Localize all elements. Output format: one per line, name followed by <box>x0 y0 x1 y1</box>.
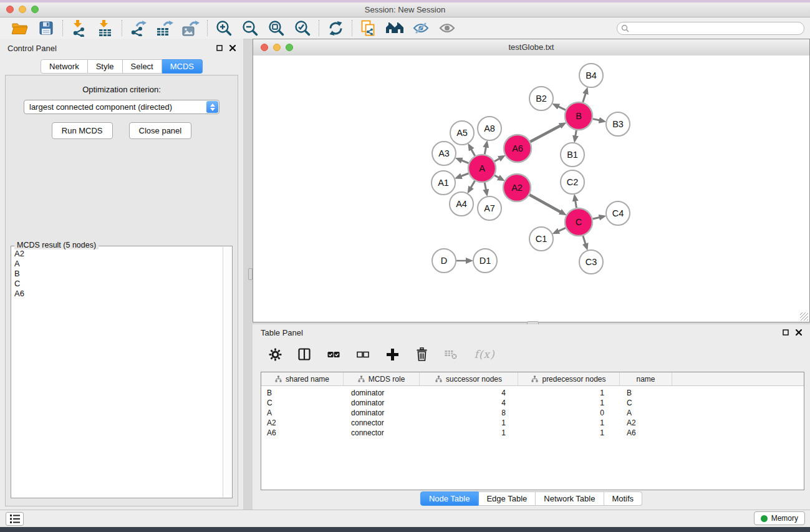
graph-edge-A-A7[interactable] <box>485 183 486 191</box>
tab-mcds[interactable]: MCDS <box>162 59 203 74</box>
graph-node-label: A2 <box>511 183 523 193</box>
export-image-button[interactable] <box>181 19 200 37</box>
column-header-name[interactable]: name <box>620 372 672 385</box>
table-cell: C <box>620 399 672 407</box>
graph-edge-C-C3[interactable] <box>583 236 586 245</box>
graph-edge-B-B3[interactable] <box>593 119 601 121</box>
vertical-splitter-handle[interactable] <box>248 268 253 280</box>
graph-edge-A-A4[interactable] <box>470 181 475 189</box>
graph-edge-B-B1[interactable] <box>575 130 576 138</box>
network-window-controls <box>261 44 293 51</box>
delete-table-button[interactable] <box>441 346 460 363</box>
hide-selected-button[interactable] <box>412 19 430 37</box>
toolbar-search <box>617 22 804 35</box>
zoom-fit-button[interactable] <box>267 19 286 37</box>
mcds-result-item[interactable]: A2 <box>13 249 222 259</box>
mcds-result-item[interactable]: A6 <box>13 289 222 299</box>
column-header-successor-nodes[interactable]: successor nodes <box>420 372 518 385</box>
close-table-panel-icon[interactable] <box>796 329 802 336</box>
network-window-titlebar: testGlobe.txt <box>253 39 809 56</box>
graph-edge-A-A1[interactable] <box>460 173 468 177</box>
export-network-button[interactable] <box>129 19 148 37</box>
delete-row-button[interactable] <box>412 346 431 363</box>
network-canvas[interactable]: AA1A2A3A4A5A6A7A8BB1B2B3B4CC1C2C3C4DD1 <box>253 56 809 322</box>
show-all-button[interactable] <box>438 19 456 37</box>
window-resize-handle[interactable] <box>800 312 808 321</box>
tab-network-table[interactable]: Network Table <box>536 491 604 506</box>
criterion-dropdown[interactable]: largest connected component (directed) <box>24 100 219 114</box>
mcds-result-item[interactable]: B <box>13 269 222 279</box>
show-columns-button[interactable] <box>295 346 314 363</box>
table-cell: dominator <box>344 389 420 397</box>
column-header-mcds-role[interactable]: MCDS role <box>344 372 420 385</box>
table-row[interactable]: A6connector11A6 <box>261 428 804 438</box>
control-panel-tabs: Network Style Select MCDS <box>41 59 203 74</box>
save-session-button[interactable] <box>37 19 55 37</box>
network-minimize-button[interactable] <box>273 44 281 51</box>
close-panel-button[interactable]: Close panel <box>129 122 192 139</box>
network-maximize-button[interactable] <box>286 44 293 51</box>
graph-edge-A-A5[interactable] <box>471 148 475 156</box>
tab-motifs[interactable]: Motifs <box>604 491 642 506</box>
run-mcds-button[interactable]: Run MCDS <box>52 122 113 139</box>
graph-edge-A-A3[interactable] <box>460 160 469 163</box>
attribute-icon <box>275 375 282 382</box>
tab-edge-table[interactable]: Edge Table <box>478 491 536 506</box>
zoom-selected-button[interactable] <box>293 19 312 37</box>
graph-edge-A-A6[interactable] <box>494 158 501 162</box>
task-history-button[interactable] <box>6 512 24 526</box>
open-file-button[interactable] <box>11 19 29 37</box>
tab-select[interactable]: Select <box>123 59 162 74</box>
graph-edge-C-C2[interactable] <box>575 200 576 208</box>
memory-button[interactable]: Memory <box>754 511 805 525</box>
column-header-shared-name[interactable]: shared name <box>261 372 344 385</box>
graph-node-label: A7 <box>484 203 495 213</box>
graph-edge-C-C4[interactable] <box>592 217 600 219</box>
deselect-all-button[interactable] <box>354 346 372 363</box>
graph-edge-B-B4[interactable] <box>583 92 586 102</box>
home-button[interactable] <box>385 19 404 37</box>
network-close-button[interactable] <box>261 44 268 51</box>
export-table-button[interactable] <box>155 19 174 37</box>
graph-edge-A2-C[interactable] <box>529 195 562 213</box>
table-row[interactable]: Adominator80A <box>261 408 804 418</box>
graph-edge-A-A2[interactable] <box>494 175 500 178</box>
open-folder-icon <box>12 21 28 35</box>
table-row[interactable]: Cdominator41C <box>261 398 804 408</box>
tab-style[interactable]: Style <box>88 59 123 74</box>
column-header-predecessor-nodes[interactable]: predecessor nodes <box>518 372 620 385</box>
graph-node-label: B4 <box>586 70 597 80</box>
graph-edge-B-B2[interactable] <box>557 106 566 110</box>
trash-icon <box>416 347 428 361</box>
search-input[interactable] <box>629 23 804 33</box>
mcds-result-scrollbar[interactable] <box>223 247 231 497</box>
graph-edge-A-A8[interactable] <box>485 146 486 155</box>
refresh-button[interactable] <box>326 19 345 37</box>
function-builder-button[interactable]: f(x) <box>471 346 498 363</box>
mcds-result-item[interactable]: C <box>13 279 222 289</box>
memory-status-icon <box>761 515 768 522</box>
import-network-button[interactable] <box>70 19 89 37</box>
float-panel-icon[interactable] <box>216 45 223 51</box>
graph-edge-A6-B[interactable] <box>530 125 561 142</box>
create-network-from-file-button[interactable] <box>359 19 378 37</box>
refresh-icon <box>328 21 344 36</box>
select-all-button[interactable] <box>324 346 343 363</box>
dropdown-stepper-icon <box>206 101 218 113</box>
table-row[interactable]: A2connector11A2 <box>261 418 804 428</box>
add-row-button[interactable] <box>383 346 402 363</box>
graph-edge-C-C1[interactable] <box>557 228 566 231</box>
column-settings-button[interactable] <box>266 346 284 363</box>
float-table-panel-icon[interactable] <box>783 329 789 336</box>
tab-network[interactable]: Network <box>41 59 88 74</box>
mcds-result-item[interactable]: A <box>13 259 222 269</box>
delete-table-icon <box>445 349 458 360</box>
close-panel-icon[interactable] <box>229 45 236 51</box>
table-body: Bdominator41BCdominator41CAdominator80AA… <box>261 388 804 438</box>
zoom-out-button[interactable] <box>241 19 259 37</box>
zoom-in-button[interactable] <box>215 19 233 37</box>
tab-node-table[interactable]: Node Table <box>420 491 479 506</box>
table-row[interactable]: Bdominator41B <box>261 388 804 398</box>
import-table-button[interactable] <box>96 19 115 37</box>
table-cell: 1 <box>518 389 620 397</box>
